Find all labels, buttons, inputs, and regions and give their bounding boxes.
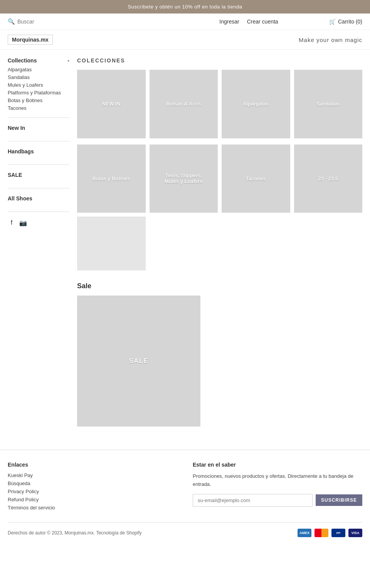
facebook-icon[interactable]: f — [8, 219, 15, 227]
collection-card-tacones[interactable]: Tacones — [222, 144, 290, 213]
header-nav: Ingresar Crear cuenta — [168, 18, 329, 25]
collection-card-botas[interactable]: Botas y Botines — [77, 144, 146, 213]
sale-big-card-label: SALE — [129, 358, 149, 365]
collection-card-tenis-label: Tenis, Slippers, Mules y Loafers — [161, 171, 205, 186]
sidebar-sale-section: SALE — [8, 172, 69, 188]
collection-card-23[interactable]: 23 - 23.5 — [294, 144, 363, 213]
newsletter-subscribe-button[interactable]: SUSCRIBIRSE — [316, 494, 362, 506]
content-area: COLECCIONES NEW IN Bolsas & Accs Alparga… — [77, 57, 362, 442]
payment-icons: AMEX PP VISA — [298, 529, 362, 537]
collection-card-new-in[interactable]: NEW IN — [77, 70, 146, 138]
amex-icon: AMEX — [298, 529, 311, 537]
colecciones-title: COLECCIONES — [77, 57, 362, 64]
sidebar-item-sandalias[interactable]: Sandalias — [8, 74, 69, 80]
cart-label: Carrito (0) — [338, 18, 362, 25]
sidebar-item-botas[interactable]: Botas y Botines — [8, 97, 69, 103]
collection-card-new-in-label: NEW IN — [99, 99, 123, 108]
newsletter-desc: Promociones, nuevos productos y ofertas.… — [193, 472, 362, 489]
promo-banner: Suscríbete y obtén un 10% off en toda la… — [0, 0, 370, 13]
collection-card-botas-label: Botas y Botines — [89, 174, 133, 183]
mastercard-icon — [314, 529, 328, 537]
footer-busqueda[interactable]: Búsqueda — [8, 480, 177, 486]
footer-enlaces: Enlaces Kueski Pay Búsqueda Privacy Poli… — [8, 462, 177, 513]
newsletter-form: SUSCRIBIRSE — [193, 494, 362, 507]
site-logo[interactable]: Morquinas.mx — [8, 35, 53, 45]
sidebar-social: f 📷 — [8, 219, 69, 227]
visa-icon: VISA — [348, 529, 362, 537]
collection-card-sandalias[interactable]: Sandalias — [294, 70, 363, 138]
collection-card-extra[interactable] — [77, 217, 146, 270]
collection-card-alpargatas[interactable]: Alpargatas — [222, 70, 290, 138]
main-layout: Collections - Alpargatas Sandalias Mules… — [0, 50, 370, 450]
collection-card-23-label: 23 - 23.5 — [315, 174, 341, 183]
sidebar-collections-header[interactable]: Collections - — [8, 57, 69, 64]
collections-label: Collections — [8, 57, 37, 64]
footer-kueski[interactable]: Kueski Pay — [8, 472, 177, 478]
footer-columns: Enlaces Kueski Pay Búsqueda Privacy Poli… — [8, 462, 362, 513]
footer-newsletter: Estar en el saber Promociones, nuevos pr… — [193, 462, 362, 513]
collections-toggle: - — [67, 57, 69, 64]
promo-text: Suscríbete y obtén un 10% off en toda la… — [128, 4, 242, 10]
newsletter-email-input[interactable] — [193, 494, 313, 507]
site-header: 🔍 Ingresar Crear cuenta 🛒 Carrito (0) — [0, 13, 370, 30]
sidebar-item-alpargatas[interactable]: Alpargatas — [8, 67, 69, 72]
instagram-icon[interactable]: 📷 — [19, 219, 27, 227]
login-link[interactable]: Ingresar — [219, 18, 239, 25]
logo-area: Morquinas.mx Make your own magic — [0, 30, 370, 50]
sale-title: Sale — [77, 282, 362, 290]
copyright-text: Derechos de autor © 2023, Morquinas.mx. … — [8, 530, 142, 536]
create-account-link[interactable]: Crear cuenta — [247, 18, 278, 25]
sidebar-collections-section: Collections - Alpargatas Sandalias Mules… — [8, 57, 69, 118]
site-footer: Enlaces Kueski Pay Búsqueda Privacy Poli… — [0, 450, 370, 545]
tagline: Make your own magic — [299, 37, 362, 43]
cart-icon: 🛒 — [329, 18, 336, 25]
footer-bottom: Derechos de autor © 2023, Morquinas.mx. … — [8, 522, 362, 537]
collection-card-bolsas[interactable]: Bolsas & Accs — [150, 70, 218, 138]
newsletter-title: Estar en el saber — [193, 462, 362, 468]
sidebar-sale-link[interactable]: SALE — [8, 172, 69, 178]
sidebar-all-shoes-section: All Shoes — [8, 195, 69, 212]
search-area: 🔍 — [8, 18, 168, 25]
sidebar-handbags-section: Handbags — [8, 148, 69, 165]
sidebar-new-in-section: New In — [8, 125, 69, 141]
footer-privacy[interactable]: Privacy Policy — [8, 489, 177, 494]
search-input[interactable] — [17, 18, 71, 25]
search-icon: 🔍 — [8, 18, 15, 25]
collection-card-sandalias-label: Sandalias — [313, 99, 343, 108]
collection-card-tenis[interactable]: Tenis, Slippers, Mules y Loafers — [150, 144, 218, 213]
sidebar: Collections - Alpargatas Sandalias Mules… — [8, 57, 69, 442]
sidebar-item-platforms[interactable]: Platforms y Plataformas — [8, 90, 69, 96]
footer-terminos[interactable]: Términos del servicio — [8, 505, 177, 511]
sidebar-handbags-link[interactable]: Handbags — [8, 148, 69, 155]
collection-card-bolsas-label: Bolsas & Accs — [163, 99, 204, 108]
paypal-icon: PP — [331, 529, 345, 537]
sidebar-item-tacones[interactable]: Tacones — [8, 105, 69, 111]
sidebar-new-in-link[interactable]: New In — [8, 125, 69, 131]
enlaces-title: Enlaces — [8, 462, 177, 468]
single-card-wrapper — [77, 217, 362, 270]
sale-big-card[interactable]: SALE — [77, 296, 200, 427]
sidebar-all-shoes-link[interactable]: All Shoes — [8, 195, 69, 202]
sidebar-item-mules[interactable]: Mules y Loafers — [8, 82, 69, 88]
collection-card-tacones-label: Tacones — [243, 174, 269, 183]
collection-grid-row2: Botas y Botines Tenis, Slippers, Mules y… — [77, 144, 362, 213]
sale-section: Sale SALE — [77, 282, 362, 427]
collection-card-alpargatas-label: Alpargatas — [240, 99, 272, 108]
collection-grid-row1: NEW IN Bolsas & Accs Alpargatas Sandalia… — [77, 70, 362, 138]
cart-area[interactable]: 🛒 Carrito (0) — [329, 18, 362, 25]
footer-refund[interactable]: Refund Policy — [8, 497, 177, 502]
